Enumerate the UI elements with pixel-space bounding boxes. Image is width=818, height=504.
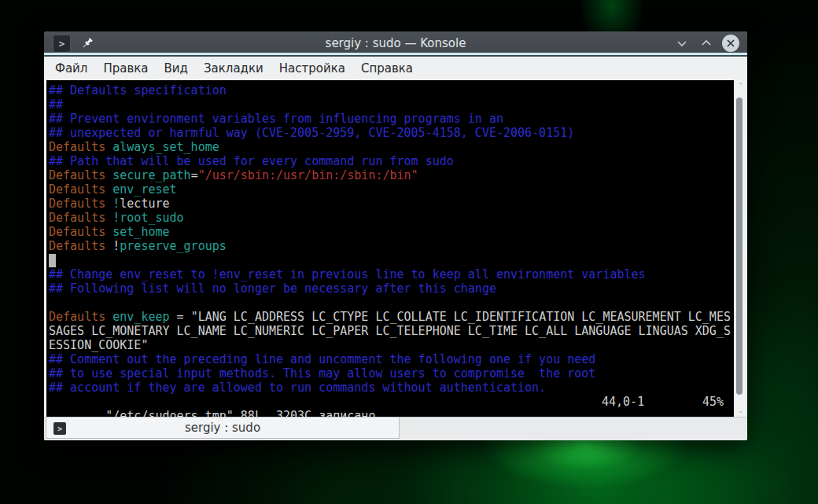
terminal-line <box>49 296 734 310</box>
tab-sergiy-sudo[interactable]: > sergiy : sudo <box>46 418 400 439</box>
terminal-frame: ## Defaults specification#### Prevent en… <box>44 80 747 417</box>
menu-item-4[interactable]: Настройка <box>271 58 353 79</box>
terminal-line: SAGES LC_MONETARY LC_NAME LC_NUMERIC LC_… <box>49 324 734 338</box>
terminal-tab-icon: > <box>53 422 66 435</box>
terminal-line: ## Change env_reset to !env_reset in pre… <box>49 267 734 281</box>
vim-ruler: 44,0-1 <box>602 395 644 409</box>
terminal-text: ## Defaults specification#### Prevent en… <box>49 83 734 395</box>
terminal-line: Defaults set_home <box>49 225 734 239</box>
terminal-line: Defaults secure_path="/usr/sbin:/usr/bin… <box>49 168 734 182</box>
terminal-line: Defaults always_set_home <box>49 140 734 154</box>
terminal-line: ## Path that will be used for every comm… <box>49 154 734 168</box>
terminal-line: Defaults env_keep = "LANG LC_ADDRESS LC_… <box>49 310 734 324</box>
menu-item-5[interactable]: Справка <box>353 58 421 79</box>
maximize-button[interactable] <box>698 35 715 52</box>
terminal-view[interactable]: ## Defaults specification#### Prevent en… <box>46 80 734 417</box>
terminal-line: ## Comment out the preceding line and un… <box>49 352 734 366</box>
window-title: sergiy : sudo — Konsole <box>44 36 747 50</box>
tab-label: sergiy : sudo <box>46 421 399 435</box>
tab-bar: > sergiy : sudo <box>44 417 747 440</box>
terminal-line: ## Prevent environment variables from in… <box>49 112 734 126</box>
terminal-line <box>49 253 734 267</box>
scrollbar-thumb[interactable] <box>736 97 742 395</box>
menu-item-2[interactable]: Вид <box>157 58 196 79</box>
menu-bar: ФайлПравкаВидЗакладкиНастройкаСправка <box>44 57 747 80</box>
menu-item-1[interactable]: Правка <box>95 58 156 79</box>
vim-status-line: "/etc/sudoers.tmp" 88L, 3203C записано 4… <box>49 395 734 409</box>
terminal-line: ESSION_COOKIE" <box>49 338 734 352</box>
menu-item-3[interactable]: Закладки <box>196 58 271 79</box>
terminal-line: Defaults env_reset <box>49 182 734 197</box>
terminal-line: Defaults !preserve_groups <box>49 239 734 253</box>
menu-item-0[interactable]: Файл <box>47 58 95 79</box>
konsole-app-icon: > <box>53 35 71 53</box>
minimize-button[interactable] <box>673 35 691 52</box>
vim-scroll-percent: 45% <box>702 395 724 409</box>
terminal-line: Defaults !root_sudo <box>49 211 734 225</box>
vim-cursor <box>49 254 56 267</box>
terminal-line: ## unexpected or harmful way (CVE-2005-2… <box>49 126 734 140</box>
terminal-line: ## Following list will no longer be nece… <box>49 281 734 296</box>
terminal-line: Defaults !lecture <box>49 197 734 211</box>
scrollbar-up-icon[interactable]: ⌃ <box>734 83 747 90</box>
terminal-line: ## Defaults specification <box>49 83 734 97</box>
terminal-line: ## to use special input methods. This ma… <box>49 366 734 381</box>
desktop: { "window": { "title": "sergiy : sudo — … <box>0 0 818 504</box>
titlebar[interactable]: > sergiy : sudo — Konsole <box>44 31 747 57</box>
vim-file-info: "/etc/sudoers.tmp" 88L, 3203C записано <box>105 409 375 417</box>
scrollbar[interactable]: ⌃ ⌄ <box>734 80 747 417</box>
konsole-window: > sergiy : sudo — Konsole <box>44 31 747 440</box>
pin-icon[interactable] <box>79 35 96 52</box>
scrollbar-down-icon[interactable]: ⌄ <box>734 407 747 414</box>
close-button[interactable] <box>722 35 739 52</box>
terminal-line: ## <box>49 97 734 112</box>
terminal-line: ## account if they are allowed to run co… <box>49 381 734 395</box>
